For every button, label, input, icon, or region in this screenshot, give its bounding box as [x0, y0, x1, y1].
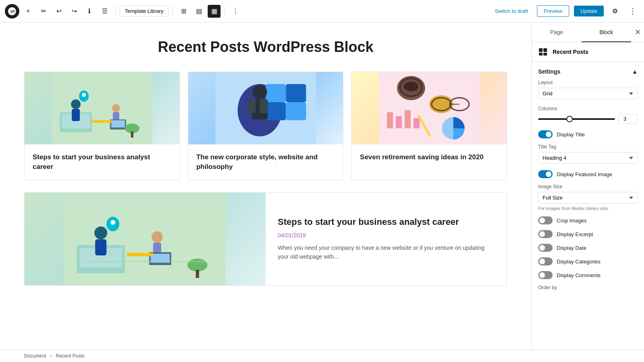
featured-post[interactable]: Steps to start your business analyst car…	[24, 192, 507, 286]
post-card-image-2	[188, 72, 343, 144]
toggle-label-display-excerpt: Display Excerpt	[557, 231, 593, 237]
settings-button[interactable]: ⚙	[609, 5, 621, 18]
post-card[interactable]: Steps to start your business analyst car…	[24, 72, 180, 180]
post-card-title-3: Seven retirement saving ideas in 2020	[360, 152, 499, 162]
image-size-row: Image Size Full Size Large Medium Thumbn…	[538, 184, 638, 204]
toggle-display-comments-row: Display Comments	[538, 271, 638, 279]
svg-rect-13	[131, 132, 133, 138]
columns-slider[interactable]	[538, 118, 615, 120]
toggle-label-display-date: Display Date	[557, 245, 586, 251]
svg-point-51	[188, 259, 208, 272]
add-block-button[interactable]: ＋	[22, 5, 35, 18]
layout-button-1[interactable]: ▤	[192, 5, 205, 18]
toggle-label-display-categories: Display Categories	[557, 259, 601, 265]
toggle-label-crop-images: Crop Images	[557, 218, 586, 224]
tab-block[interactable]: Block	[582, 23, 632, 42]
svg-rect-55	[543, 48, 547, 52]
toggle-slider-crop-images	[538, 216, 553, 224]
toggle-crop-images[interactable]	[538, 216, 553, 224]
breadcrumb: Document → Recent Posts	[0, 350, 644, 362]
toolbar-divider-2	[173, 6, 173, 16]
main-layout: Recent Posts WordPress Block	[0, 23, 644, 350]
svg-point-20	[252, 85, 267, 99]
post-card-content-3: Seven retirement saving ideas in 2020	[352, 144, 507, 170]
svg-point-28	[404, 82, 419, 91]
toggle-display-title-row: Display Title	[538, 130, 638, 138]
toolbar-right: Switch to draft Preview Update ⚙ ⋮	[491, 5, 639, 18]
recent-posts-icon	[537, 45, 549, 58]
featured-post-content: Steps to start your business analyst car…	[266, 193, 507, 285]
sidebar-close-button[interactable]: ✕	[631, 26, 644, 39]
image-size-select[interactable]: Full Size Large Medium Thumbnail	[538, 192, 638, 204]
columns-input[interactable]	[618, 114, 638, 124]
breadcrumb-recent-posts[interactable]: Recent Posts	[56, 353, 85, 359]
more-options-button[interactable]: ⋮	[229, 5, 242, 18]
layout-button-2[interactable]: ▦	[208, 5, 221, 18]
image-size-label: Image Size	[538, 184, 638, 189]
featured-post-excerpt: When you need your company to have a new…	[278, 243, 495, 261]
update-button[interactable]: Update	[574, 6, 604, 16]
settings-section-title[interactable]: Settings ▲	[538, 68, 638, 75]
svg-rect-17	[286, 84, 306, 102]
tools-button[interactable]: ✏	[37, 5, 50, 18]
sidebar-block-title: Recent Posts	[553, 49, 639, 55]
list-view-button[interactable]: ☰	[98, 5, 111, 18]
svg-rect-22	[248, 99, 256, 113]
toggle-display-categories[interactable]	[538, 257, 553, 265]
order-by-row: Order by	[538, 285, 638, 290]
sidebar-block-header: Recent Posts	[532, 42, 644, 62]
toolbar-divider-3	[225, 6, 225, 16]
layout-select[interactable]: Grid List	[538, 88, 638, 99]
post-card[interactable]: Seven retirement saving ideas in 2020	[351, 72, 507, 180]
post-card-content-2: The new corporate style, website and phi…	[188, 144, 343, 180]
svg-rect-33	[387, 112, 393, 128]
toggle-display-featured-image[interactable]	[538, 170, 553, 178]
svg-rect-57	[543, 53, 547, 56]
switch-draft-button[interactable]: Switch to draft	[491, 6, 532, 16]
breadcrumb-separator: →	[49, 353, 54, 359]
featured-post-date: 04/01/2019	[278, 232, 495, 239]
title-tag-select[interactable]: Heading 1 Heading 2 Heading 3 Heading 4 …	[538, 152, 638, 164]
svg-rect-10	[111, 120, 125, 128]
undo-button[interactable]: ↩	[52, 5, 65, 18]
svg-rect-18	[266, 102, 286, 120]
svg-rect-53	[85, 261, 206, 262]
info-button[interactable]: ℹ	[83, 5, 96, 18]
preview-button[interactable]: Preview	[537, 5, 569, 17]
svg-rect-35	[405, 110, 411, 128]
chevron-up-icon: ▲	[632, 68, 638, 75]
svg-rect-0	[52, 72, 152, 144]
canvas: Recent Posts WordPress Block	[0, 23, 531, 350]
toggle-display-categories-row: Display Categories	[538, 257, 638, 265]
layout-label: Layout	[538, 80, 638, 85]
post-card[interactable]: The new corporate style, website and phi…	[188, 72, 344, 180]
svg-point-45	[111, 220, 116, 225]
more-menu-button[interactable]: ⋮	[626, 5, 639, 18]
tab-page[interactable]: Page	[532, 23, 582, 42]
breadcrumb-document[interactable]: Document	[24, 353, 46, 359]
toggle-display-comments[interactable]	[538, 271, 553, 279]
columns-row: Columns	[538, 106, 638, 124]
svg-point-3	[71, 99, 80, 109]
post-card-content-1: Steps to start your business analyst car…	[25, 144, 180, 180]
svg-rect-36	[414, 118, 420, 128]
svg-rect-56	[539, 53, 543, 56]
wordpress-logo	[5, 4, 19, 19]
redo-button[interactable]: ↪	[68, 5, 80, 18]
toggle-display-excerpt[interactable]	[538, 230, 553, 238]
template-library-button[interactable]: Template Library	[120, 5, 169, 17]
toggle-display-featured-image-row: Display Featured Image	[538, 170, 638, 178]
svg-rect-50	[127, 253, 153, 256]
svg-point-42	[95, 226, 107, 239]
toggle-slider-display-featured-image	[538, 170, 553, 178]
toggle-display-date[interactable]	[538, 244, 553, 252]
toggle-slider-display-title	[538, 130, 553, 138]
view-switcher-button[interactable]: ⊞	[177, 5, 190, 18]
featured-post-title: Steps to start your business analyst car…	[278, 216, 495, 228]
toolbar: ＋ ✏ ↩ ↪ ℹ ☰ Template Library ⊞ ▤ ▦ ⋮ Swi…	[0, 0, 644, 23]
toggle-slider-display-categories	[538, 257, 553, 265]
toggle-display-title[interactable]	[538, 130, 553, 138]
toggle-slider-display-date	[538, 244, 553, 252]
toggle-label-display-title: Display Title	[557, 132, 585, 138]
sidebar: Page Block ✕ Recent Posts Settings ▲	[531, 23, 644, 350]
